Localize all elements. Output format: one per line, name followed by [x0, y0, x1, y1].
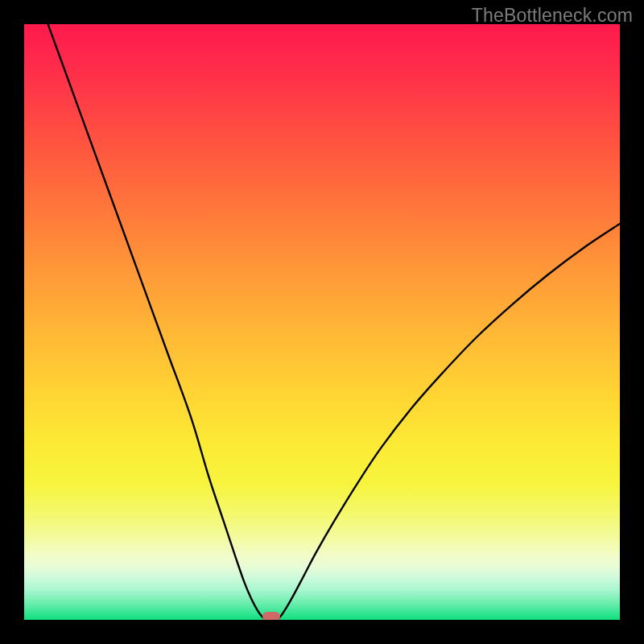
optimum-marker: [262, 612, 280, 620]
plot-area: [24, 24, 620, 620]
curve-right-branch: [279, 224, 620, 619]
curve-left-branch: [48, 24, 265, 619]
curve-layer: [24, 24, 620, 620]
chart-frame: TheBottleneck.com: [0, 0, 644, 644]
watermark-text: TheBottleneck.com: [472, 5, 633, 27]
